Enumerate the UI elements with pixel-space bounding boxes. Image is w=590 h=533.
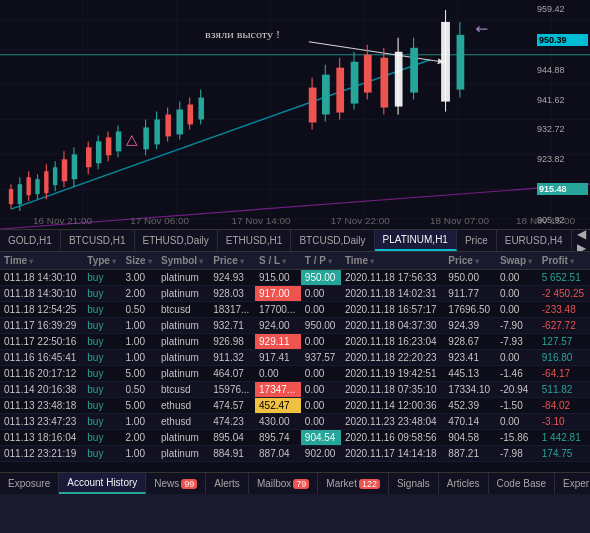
bottom-tab-label: Mailbox — [257, 478, 291, 489]
table-cell: 917.00 — [255, 286, 301, 302]
table-header-type-1[interactable]: Type — [83, 252, 121, 270]
chart-tab-eurusd-h4[interactable]: EURUSD,H4 — [497, 230, 572, 251]
table-cell: 011.13 23:47:23 — [0, 414, 83, 430]
table-cell: 887.04 — [255, 446, 301, 462]
table-cell: 011.12 23:21:19 — [0, 446, 83, 462]
table-cell: 011.17 22:50:16 — [0, 334, 83, 350]
table-row: 011.16 20:17:12buy5.00platinum464.070.00… — [0, 366, 590, 382]
table-cell: 929.11 — [255, 334, 301, 350]
chart-tab-nav[interactable]: ◀ ▶ — [572, 230, 590, 252]
table-header-t---p-6[interactable]: T / P — [301, 252, 341, 270]
table-cell: 916.80 — [538, 350, 590, 366]
table-cell: 452.39 — [444, 398, 496, 414]
bottom-tab-news[interactable]: News99 — [146, 473, 206, 494]
table-header-size-2[interactable]: Size — [122, 252, 158, 270]
chart-tab-ethusd-h1[interactable]: ETHUSD,H1 — [218, 230, 292, 251]
table-cell: 174.75 — [538, 446, 590, 462]
table-cell: btcusd — [157, 302, 209, 318]
table-header-time-0[interactable]: Time — [0, 252, 83, 270]
table-cell: 511.82 — [538, 382, 590, 398]
table-cell: -233.48 — [538, 302, 590, 318]
bottom-tab-signals[interactable]: Signals — [389, 473, 439, 494]
table-header-price-4[interactable]: Price — [209, 252, 255, 270]
table-cell: -64.17 — [538, 366, 590, 382]
chart-tab-btcusd-h1[interactable]: BTCUSD,H1 — [61, 230, 135, 251]
price-label-3: 944.88 — [537, 65, 588, 75]
table-header-row: TimeTypeSizeSymbolPriceS / LT / PTimePri… — [0, 252, 590, 270]
chart-tab-platinum-h1[interactable]: PLATINUM,H1 — [375, 230, 457, 251]
table-row: 011.18 14:30:10buy2.00platinum928.03917.… — [0, 286, 590, 302]
table-header-profit-10[interactable]: Profit — [538, 252, 590, 270]
table-cell: 2020.11.17 14:14:18 — [341, 446, 444, 462]
table-cell: 1.00 — [122, 318, 158, 334]
svg-rect-68 — [395, 52, 403, 107]
table-cell: 887.21 — [444, 446, 496, 462]
price-label-1: 959.42 — [537, 4, 588, 14]
table-cell: 884.91 — [209, 446, 255, 462]
table-cell: 928.03 — [209, 286, 255, 302]
bottom-tab-exper[interactable]: Exper — [555, 473, 590, 494]
table-cell: 0.00 — [496, 350, 538, 366]
table-cell: 0.00 — [255, 366, 301, 382]
bottom-tab-account-history[interactable]: Account History — [59, 473, 146, 494]
table-cell: btcusd — [157, 382, 209, 398]
bottom-tab-mailbox[interactable]: Mailbox79 — [249, 473, 318, 494]
bottom-tab-label: Account History — [67, 477, 137, 488]
table-cell: ethusd — [157, 398, 209, 414]
svg-rect-46 — [165, 115, 171, 137]
table-row: 011.17 22:50:16buy1.00platinum926.98929.… — [0, 334, 590, 350]
svg-text:17 Nov 22:00: 17 Nov 22:00 — [331, 215, 390, 225]
table-header-price-8[interactable]: Price — [444, 252, 496, 270]
price-label-6: 923.82 — [537, 154, 588, 164]
table-cell: platinum — [157, 430, 209, 446]
bottom-tab-articles[interactable]: Articles — [439, 473, 489, 494]
table-cell: 924.00 — [255, 318, 301, 334]
table-cell: 011.16 20:17:12 — [0, 366, 83, 382]
svg-text:17 Nov 14:00: 17 Nov 14:00 — [232, 215, 291, 225]
table-header-time-7[interactable]: Time — [341, 252, 444, 270]
table-cell: 911.77 — [444, 286, 496, 302]
table-cell: 0.00 — [301, 382, 341, 398]
svg-rect-39 — [116, 131, 122, 151]
table-cell: 2020.11.23 23:48:04 — [341, 414, 444, 430]
table-cell: buy — [83, 414, 121, 430]
table-cell: 2020.11.18 07:35:10 — [341, 382, 444, 398]
table-cell: 950.00 — [301, 318, 341, 334]
table-row: 011.13 23:47:23buy1.00ethusd474.23430.00… — [0, 414, 590, 430]
price-label-green: 915.48 — [537, 183, 588, 195]
table-cell: 011.16 16:45:41 — [0, 350, 83, 366]
table-cell: 430.00 — [255, 414, 301, 430]
table-cell: -1.50 — [496, 398, 538, 414]
table-cell: 011.13 18:16:04 — [0, 430, 83, 446]
table-cell: 2020.11.18 22:20:23 — [341, 350, 444, 366]
table-cell: platinum — [157, 366, 209, 382]
bottom-tab-market[interactable]: Market122 — [318, 473, 389, 494]
table-cell: 011.13 23:48:18 — [0, 398, 83, 414]
table-cell: buy — [83, 318, 121, 334]
chart-tab-btcusd-daily[interactable]: BTCUSD,Daily — [291, 230, 374, 251]
chart-tab-price[interactable]: Price — [457, 230, 497, 251]
table-cell: platinum — [157, 350, 209, 366]
chart-tab-gold-h1[interactable]: GOLD,H1 — [0, 230, 61, 251]
table-cell: 5 652.51 — [538, 270, 590, 286]
table-header-symbol-3[interactable]: Symbol — [157, 252, 209, 270]
bottom-tab-code-base[interactable]: Code Base — [489, 473, 555, 494]
table-cell: 011.18 12:54:25 — [0, 302, 83, 318]
bottom-tab-exposure[interactable]: Exposure — [0, 473, 59, 494]
table-header-s---l-5[interactable]: S / L — [255, 252, 301, 270]
table-cell: 0.50 — [122, 382, 158, 398]
table-cell: 926.98 — [209, 334, 255, 350]
chart-tab-ethusd-daily[interactable]: ETHUSD,Daily — [135, 230, 218, 251]
bottom-tab-label: Articles — [447, 478, 480, 489]
bottom-tab-alerts[interactable]: Alerts — [206, 473, 249, 494]
trade-table-body: 011.18 14:30:10buy3.00platinum924.93915.… — [0, 270, 590, 462]
table-cell: buy — [83, 398, 121, 414]
table-header-swap-9[interactable]: Swap — [496, 252, 538, 270]
bottom-tab-label: News — [154, 478, 179, 489]
table-cell: buy — [83, 430, 121, 446]
trade-table-container[interactable]: TimeTypeSizeSymbolPriceS / LT / PTimePri… — [0, 252, 590, 472]
chart-svg: △ взяли высоту ! — [0, 0, 590, 229]
table-cell: platinum — [157, 286, 209, 302]
table-cell: 1.00 — [122, 334, 158, 350]
table-cell: 5.00 — [122, 398, 158, 414]
